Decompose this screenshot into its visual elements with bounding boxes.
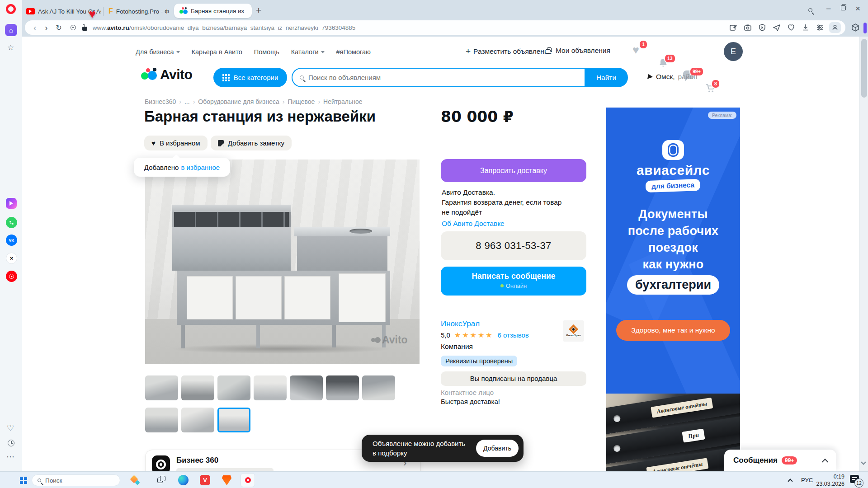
toast-add-button[interactable]: Добавить [476, 440, 519, 457]
start-button[interactable] [20, 477, 27, 484]
notifications-icon[interactable]: 13 [658, 57, 670, 70]
tooltip-link[interactable]: в избранное [181, 164, 220, 171]
camera-icon[interactable] [744, 23, 752, 32]
bookmark-heart-icon[interactable] [787, 23, 795, 32]
thumbnail-selected[interactable] [217, 408, 250, 432]
tab-fotohosting[interactable]: F Fotohosting.Pro - Фотохо [108, 6, 171, 17]
taskbar-search[interactable]: Поиск [32, 474, 120, 486]
history-clock-icon[interactable] [8, 440, 14, 446]
avito-page: Для бизнеса Карьера в Авито Помощь Катал… [22, 37, 859, 471]
clock[interactable]: 0:19 23.03.2026 [814, 473, 844, 488]
breadcrumb-item[interactable]: ... [184, 98, 190, 105]
nav-career[interactable]: Карьера в Авито [192, 48, 242, 56]
task-view-icon[interactable] [157, 476, 166, 485]
thumbnail[interactable] [362, 375, 395, 400]
thumbnail[interactable] [217, 375, 250, 400]
contact-person-label: Контактное лицо [441, 389, 494, 396]
favorites-icon[interactable]: ♥ 1 [632, 43, 645, 56]
sidebar-more-icon[interactable]: ⋯ [6, 452, 14, 462]
favorite-button[interactable]: ♥ В избранном [144, 136, 208, 150]
widgets-weather-icon[interactable] [130, 475, 140, 485]
breadcrumb-item[interactable]: Оборудование для бизнеса [198, 98, 279, 105]
search-field[interactable] [292, 68, 585, 87]
opera-logo-icon[interactable] [6, 4, 16, 14]
reload-button[interactable]: ↻ [52, 23, 66, 32]
messages-widget[interactable]: Сообщения 99+ [724, 450, 836, 471]
scrollbar-thumb[interactable] [861, 39, 867, 98]
ad-cta-button[interactable]: Здорово, мне так и нужно [616, 320, 730, 341]
search-input[interactable] [308, 74, 577, 81]
thumbnail[interactable] [145, 375, 178, 400]
thumbnail[interactable] [290, 375, 323, 400]
phone-number-box[interactable]: 8 963 031-53-37 [441, 231, 586, 260]
whatsapp-icon[interactable] [6, 217, 17, 228]
tray-expand-chevron[interactable] [788, 479, 793, 483]
thumbnail[interactable] [254, 375, 287, 400]
workspace-home-icon[interactable]: ⌂ [5, 24, 17, 36]
nav-help[interactable]: Помощь [254, 48, 279, 56]
forward-button[interactable]: › [41, 23, 52, 33]
all-categories-button[interactable]: Все категории [213, 68, 287, 87]
address-bar[interactable]: ‹ › ↻ www.avito.ru/omsk/oborudovanie_dly… [25, 20, 845, 35]
url-text[interactable]: www.avito.ru/omsk/oborudovanie_dlya_bizn… [93, 24, 356, 31]
chrome-search-icon[interactable] [808, 6, 812, 14]
edge-icon[interactable] [178, 475, 189, 485]
chevron-down-icon [321, 51, 325, 53]
write-message-button[interactable]: Написать сообщение Онлайн [441, 267, 586, 296]
breadcrumb-item[interactable]: Бизнес360 [145, 98, 176, 105]
download-icon[interactable] [802, 23, 810, 32]
nav-for-business[interactable]: Для бизнеса [136, 48, 180, 56]
x-twitter-icon[interactable]: × [6, 253, 17, 264]
thumbnail[interactable] [181, 375, 214, 400]
cart-icon[interactable]: 8 [705, 83, 717, 95]
new-tab-button[interactable]: + [256, 5, 261, 15]
settings-sliders-icon[interactable] [816, 23, 824, 32]
opera-taskbar-icon-active[interactable] [241, 473, 255, 487]
about-delivery-link[interactable]: Об Авито Доставке [442, 219, 561, 229]
avito-logo[interactable]: Avito [141, 68, 213, 84]
snapshot-edit-icon[interactable] [729, 23, 737, 32]
back-button[interactable]: ‹ [29, 23, 41, 33]
request-delivery-button[interactable]: Запросить доставку [441, 159, 586, 182]
youtube-music-icon[interactable] [6, 271, 17, 282]
aria-ai-icon[interactable] [6, 198, 17, 209]
avatar[interactable]: E [724, 42, 743, 61]
breadcrumb-item[interactable]: Пищевое [288, 98, 315, 105]
site-info-icon[interactable] [71, 25, 76, 30]
ad-banner[interactable]: Реклама: авиасейлс для бизнеса Документы… [606, 108, 740, 471]
breadcrumb-item[interactable]: Нейтральное [323, 98, 362, 105]
clock-time: 0:19 [814, 473, 844, 480]
post-ad-button[interactable]: + Разместить объявление [466, 47, 552, 56]
close-button[interactable]: × [855, 4, 860, 13]
vk-icon[interactable]: VK [6, 235, 17, 246]
find-button[interactable]: Найти [585, 68, 628, 87]
seller-logo[interactable]: ИноксУрал [563, 320, 584, 342]
seller-name-link[interactable]: ИноксУрал [441, 319, 480, 328]
subscribed-button[interactable]: Вы подписаны на продавца [441, 371, 586, 386]
add-note-button[interactable]: Добавить заметку [211, 136, 292, 150]
expand-chevron-icon[interactable] [822, 458, 828, 465]
scrollbar-track[interactable] [859, 37, 868, 471]
extension-cube-icon[interactable] [851, 23, 860, 32]
brave-icon[interactable] [222, 475, 232, 485]
nav-ihelp[interactable]: #яПомогаю [336, 48, 371, 56]
language-indicator[interactable]: РУС [801, 477, 813, 483]
listing-photo[interactable]: Avito [145, 160, 420, 364]
thumbnail[interactable] [181, 408, 214, 432]
scroll-down-arrow[interactable] [861, 460, 866, 465]
reviews-link[interactable]: 6 отзывов [498, 331, 529, 339]
nav-catalogs[interactable]: Каталоги [291, 48, 325, 56]
location-selector[interactable]: Омск, район [648, 73, 698, 81]
sidebar-favorites-icon[interactable]: ♡ [7, 423, 14, 433]
bookmarks-star-icon[interactable]: ☆ [7, 43, 14, 52]
shield-blocker-icon[interactable] [758, 23, 766, 32]
flow-send-icon[interactable] [773, 23, 781, 32]
my-ads-button[interactable]: Мои объявления [546, 47, 610, 55]
thumbnail[interactable] [326, 375, 359, 400]
restore-button[interactable] [841, 5, 846, 10]
minimize-button[interactable]: – [826, 5, 830, 12]
profile-icon[interactable] [829, 22, 841, 33]
tab-avito-active[interactable]: Барная станция из нерж [174, 4, 252, 18]
thumbnail[interactable] [145, 408, 178, 432]
vivaldi-icon[interactable]: V [200, 475, 210, 485]
